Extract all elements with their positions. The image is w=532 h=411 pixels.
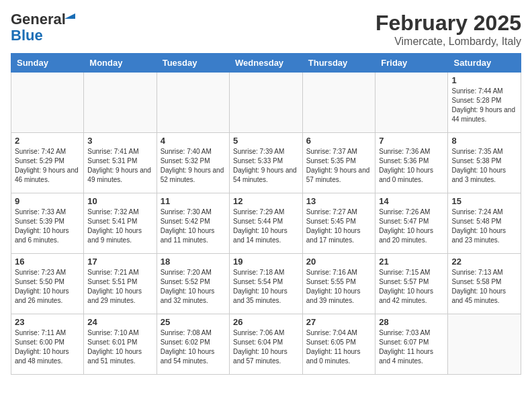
day-info: Sunrise: 7:41 AMSunset: 5:31 PMDaylight:… (87, 147, 152, 185)
calendar-cell: 28Sunrise: 7:03 AMSunset: 6:07 PMDayligh… (375, 314, 448, 375)
calendar-cell: 18Sunrise: 7:20 AMSunset: 5:52 PMDayligh… (157, 254, 229, 314)
calendar-week-2: 2Sunrise: 7:42 AMSunset: 5:29 PMDaylight… (11, 133, 521, 193)
weekday-header-saturday: Saturday (448, 54, 521, 73)
calendar-cell (84, 73, 157, 133)
calendar-cell: 20Sunrise: 7:16 AMSunset: 5:55 PMDayligh… (302, 254, 375, 314)
calendar-cell: 5Sunrise: 7:39 AMSunset: 5:33 PMDaylight… (230, 133, 303, 193)
day-info: Sunrise: 7:26 AMSunset: 5:47 PMDaylight:… (379, 208, 444, 245)
calendar-week-5: 23Sunrise: 7:11 AMSunset: 6:00 PMDayligh… (11, 314, 521, 375)
day-number: 22 (451, 257, 517, 267)
calendar-cell: 16Sunrise: 7:23 AMSunset: 5:50 PMDayligh… (11, 254, 84, 314)
day-number: 28 (379, 317, 444, 327)
day-number: 24 (87, 317, 152, 327)
day-number: 16 (15, 257, 80, 267)
calendar-cell: 9Sunrise: 7:33 AMSunset: 5:39 PMDaylight… (11, 193, 84, 254)
page-header: General Blue February 2025 Vimercate, Lo… (11, 11, 521, 48)
day-number: 12 (233, 196, 299, 206)
day-info: Sunrise: 7:04 AMSunset: 6:05 PMDaylight:… (306, 328, 372, 366)
calendar-cell: 11Sunrise: 7:30 AMSunset: 5:42 PMDayligh… (157, 193, 229, 254)
calendar-cell: 8Sunrise: 7:35 AMSunset: 5:38 PMDaylight… (448, 133, 521, 193)
calendar-cell: 13Sunrise: 7:27 AMSunset: 5:45 PMDayligh… (302, 193, 375, 254)
title-area: February 2025 Vimercate, Lombardy, Italy (375, 11, 521, 48)
weekday-row: SundayMondayTuesdayWednesdayThursdayFrid… (11, 54, 521, 73)
weekday-header-thursday: Thursday (302, 54, 375, 73)
day-info: Sunrise: 7:39 AMSunset: 5:33 PMDaylight:… (233, 147, 299, 185)
day-number: 20 (306, 257, 372, 267)
calendar-cell (157, 73, 229, 133)
day-number: 10 (87, 196, 152, 206)
day-number: 13 (306, 196, 372, 206)
calendar-cell: 22Sunrise: 7:13 AMSunset: 5:58 PMDayligh… (448, 254, 521, 314)
day-info: Sunrise: 7:11 AMSunset: 6:00 PMDaylight:… (15, 328, 80, 366)
calendar-header: SundayMondayTuesdayWednesdayThursdayFrid… (11, 54, 521, 73)
calendar-table: SundayMondayTuesdayWednesdayThursdayFrid… (11, 53, 521, 375)
day-info: Sunrise: 7:44 AMSunset: 5:28 PMDaylight:… (451, 87, 517, 124)
day-info: Sunrise: 7:37 AMSunset: 5:35 PMDaylight:… (306, 147, 372, 185)
calendar-cell: 23Sunrise: 7:11 AMSunset: 6:00 PMDayligh… (11, 314, 84, 375)
day-number: 4 (161, 136, 226, 146)
day-number: 3 (87, 136, 152, 146)
day-number: 15 (451, 196, 517, 206)
calendar-week-1: 1Sunrise: 7:44 AMSunset: 5:28 PMDaylight… (11, 73, 521, 133)
day-number: 6 (306, 136, 372, 146)
calendar-cell: 1Sunrise: 7:44 AMSunset: 5:28 PMDaylight… (448, 73, 521, 133)
day-number: 9 (15, 196, 80, 206)
logo-icon (64, 8, 75, 19)
day-number: 18 (161, 257, 226, 267)
calendar-cell: 25Sunrise: 7:08 AMSunset: 6:02 PMDayligh… (157, 314, 229, 375)
weekday-header-friday: Friday (375, 54, 448, 73)
logo: General Blue (11, 11, 66, 44)
calendar-cell: 2Sunrise: 7:42 AMSunset: 5:29 PMDaylight… (11, 133, 84, 193)
calendar-cell: 7Sunrise: 7:36 AMSunset: 5:36 PMDaylight… (375, 133, 448, 193)
day-info: Sunrise: 7:21 AMSunset: 5:51 PMDaylight:… (87, 268, 152, 306)
day-info: Sunrise: 7:20 AMSunset: 5:52 PMDaylight:… (161, 268, 226, 306)
day-info: Sunrise: 7:30 AMSunset: 5:42 PMDaylight:… (161, 208, 226, 245)
day-info: Sunrise: 7:23 AMSunset: 5:50 PMDaylight:… (15, 268, 80, 306)
day-info: Sunrise: 7:16 AMSunset: 5:55 PMDaylight:… (306, 268, 372, 306)
day-number: 27 (306, 317, 372, 327)
day-info: Sunrise: 7:29 AMSunset: 5:44 PMDaylight:… (233, 208, 299, 245)
calendar-cell: 12Sunrise: 7:29 AMSunset: 5:44 PMDayligh… (230, 193, 303, 254)
day-info: Sunrise: 7:15 AMSunset: 5:57 PMDaylight:… (379, 268, 444, 306)
day-number: 25 (161, 317, 226, 327)
location-title: Vimercate, Lombardy, Italy (375, 36, 521, 48)
calendar-week-3: 9Sunrise: 7:33 AMSunset: 5:39 PMDaylight… (11, 193, 521, 254)
day-number: 1 (451, 75, 517, 85)
day-number: 17 (87, 257, 152, 267)
calendar-week-4: 16Sunrise: 7:23 AMSunset: 5:50 PMDayligh… (11, 254, 521, 314)
calendar-cell: 26Sunrise: 7:06 AMSunset: 6:04 PMDayligh… (230, 314, 303, 375)
day-info: Sunrise: 7:13 AMSunset: 5:58 PMDaylight:… (451, 268, 517, 306)
day-info: Sunrise: 7:27 AMSunset: 5:45 PMDaylight:… (306, 208, 372, 245)
day-info: Sunrise: 7:42 AMSunset: 5:29 PMDaylight:… (15, 147, 80, 185)
svg-marker-0 (64, 13, 75, 19)
day-number: 26 (233, 317, 299, 327)
day-info: Sunrise: 7:32 AMSunset: 5:41 PMDaylight:… (87, 208, 152, 245)
day-info: Sunrise: 7:24 AMSunset: 5:48 PMDaylight:… (451, 208, 517, 245)
calendar-cell (375, 73, 448, 133)
logo-blue-text: Blue (11, 27, 43, 44)
weekday-header-sunday: Sunday (11, 54, 84, 73)
logo-general-text: General (11, 11, 66, 28)
day-number: 23 (15, 317, 80, 327)
day-info: Sunrise: 7:40 AMSunset: 5:32 PMDaylight:… (161, 147, 226, 185)
calendar-cell (230, 73, 303, 133)
day-info: Sunrise: 7:36 AMSunset: 5:36 PMDaylight:… (379, 147, 444, 185)
month-title: February 2025 (375, 11, 521, 36)
day-info: Sunrise: 7:06 AMSunset: 6:04 PMDaylight:… (233, 328, 299, 366)
calendar-cell: 15Sunrise: 7:24 AMSunset: 5:48 PMDayligh… (448, 193, 521, 254)
calendar-cell: 21Sunrise: 7:15 AMSunset: 5:57 PMDayligh… (375, 254, 448, 314)
day-number: 11 (161, 196, 226, 206)
calendar-body: 1Sunrise: 7:44 AMSunset: 5:28 PMDaylight… (11, 73, 521, 375)
weekday-header-wednesday: Wednesday (230, 54, 303, 73)
calendar-cell: 6Sunrise: 7:37 AMSunset: 5:35 PMDaylight… (302, 133, 375, 193)
calendar-cell (302, 73, 375, 133)
weekday-header-tuesday: Tuesday (157, 54, 229, 73)
calendar-cell: 17Sunrise: 7:21 AMSunset: 5:51 PMDayligh… (84, 254, 157, 314)
day-info: Sunrise: 7:03 AMSunset: 6:07 PMDaylight:… (379, 328, 444, 366)
day-info: Sunrise: 7:33 AMSunset: 5:39 PMDaylight:… (15, 208, 80, 245)
day-info: Sunrise: 7:08 AMSunset: 6:02 PMDaylight:… (161, 328, 226, 366)
day-number: 5 (233, 136, 299, 146)
calendar-cell: 19Sunrise: 7:18 AMSunset: 5:54 PMDayligh… (230, 254, 303, 314)
calendar-cell: 3Sunrise: 7:41 AMSunset: 5:31 PMDaylight… (84, 133, 157, 193)
day-number: 21 (379, 257, 444, 267)
